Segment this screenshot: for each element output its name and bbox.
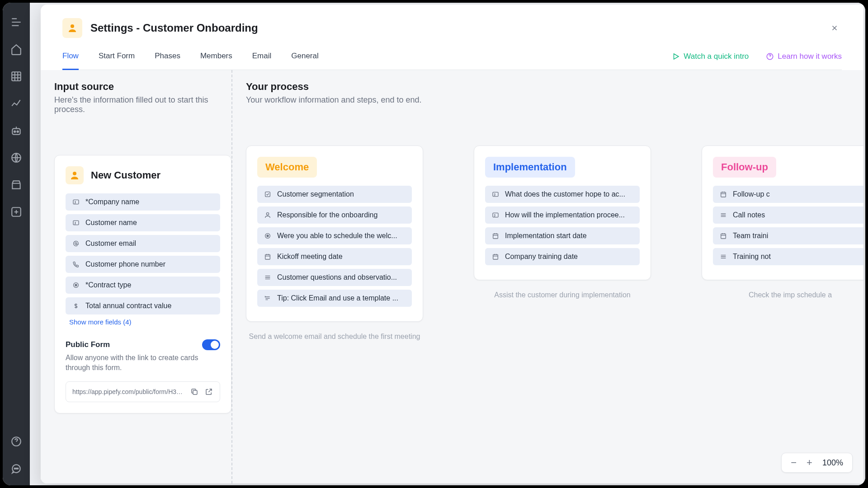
- field-label: How will the implementation procee...: [505, 211, 625, 219]
- svg-rect-0: [12, 72, 21, 81]
- tab-start-form[interactable]: Start Form: [99, 52, 135, 70]
- open-external-icon[interactable]: [204, 387, 213, 396]
- cal-icon: [719, 232, 727, 240]
- phase-card-implementation[interactable]: ImplementationWhat does the customer hop…: [474, 145, 651, 280]
- copy-icon[interactable]: [190, 387, 199, 396]
- phase-field[interactable]: Call notes: [713, 206, 863, 224]
- watch-intro-link[interactable]: Watch a quick intro: [672, 52, 749, 61]
- menu-icon[interactable]: [10, 16, 22, 28]
- svg-point-13: [73, 172, 76, 175]
- chart-icon[interactable]: [10, 98, 22, 109]
- svg-point-10: [71, 24, 74, 28]
- svg-rect-20: [265, 192, 270, 197]
- form-field[interactable]: Customer name: [66, 214, 220, 231]
- phase-field[interactable]: Customer segmentation: [257, 186, 412, 203]
- tab-members[interactable]: Members: [200, 52, 232, 70]
- phase-hint: Assist the customer during implementatio…: [474, 290, 651, 300]
- svg-rect-26: [493, 213, 498, 217]
- tabs: Flow Start Form Phases Members Email Gen…: [62, 52, 842, 70]
- zoom-in-button[interactable]: +: [807, 458, 812, 468]
- check-icon: [264, 190, 272, 198]
- field-label: Tip: Click Email and use a template ...: [277, 294, 398, 302]
- chat-icon[interactable]: [10, 463, 22, 474]
- svg-point-3: [17, 131, 19, 132]
- field-label: Training not: [733, 253, 771, 261]
- svg-point-7: [14, 468, 15, 469]
- input-section-title: Input source: [54, 81, 231, 93]
- phase-hint: Send a welcome email and schedule the fi…: [246, 332, 423, 342]
- phone-icon: [72, 260, 80, 268]
- globe-icon[interactable]: [10, 152, 22, 164]
- text-icon: [491, 211, 500, 219]
- public-form-toggle[interactable]: [202, 339, 220, 350]
- robot-icon[interactable]: [10, 125, 22, 136]
- field-label: Company training date: [505, 253, 578, 261]
- learn-link[interactable]: Learn how it works: [766, 52, 842, 61]
- field-label: Team traini: [733, 232, 768, 240]
- svg-rect-14: [73, 200, 79, 204]
- text-icon: [491, 190, 500, 198]
- form-field[interactable]: *Contract type: [66, 277, 220, 294]
- person-icon: [62, 18, 82, 38]
- field-label: Customer name: [85, 219, 137, 227]
- settings-modal: Settings - Customer Onboarding Flow Star…: [41, 5, 863, 483]
- form-field[interactable]: Customer email: [66, 235, 220, 252]
- form-field[interactable]: Customer phone number: [66, 256, 220, 273]
- tab-general[interactable]: General: [291, 52, 318, 70]
- phase-field[interactable]: Team traini: [713, 227, 863, 244]
- plus-square-icon[interactable]: [10, 206, 22, 218]
- at-icon: [72, 239, 80, 248]
- tab-email[interactable]: Email: [252, 52, 272, 70]
- phase-field[interactable]: What does the customer hope to ac...: [485, 186, 640, 203]
- phase-field[interactable]: Follow-up c: [713, 186, 863, 203]
- cal-icon: [264, 253, 272, 261]
- phase-hint: Check the imp schedule a: [702, 290, 863, 300]
- help-icon[interactable]: [10, 436, 22, 447]
- field-label: Responsible for the onboarding: [277, 211, 377, 219]
- phase-badge: Welcome: [257, 157, 317, 178]
- form-field[interactable]: *Company name: [66, 193, 220, 211]
- close-button[interactable]: [827, 21, 842, 35]
- phase-field[interactable]: Responsible for the onboarding: [257, 206, 412, 224]
- input-section-desc: Here's the information filled out to sta…: [54, 95, 231, 114]
- svg-point-23: [267, 235, 269, 237]
- phase-field[interactable]: Training not: [713, 248, 863, 265]
- form-field[interactable]: Total annual contract value: [66, 297, 220, 314]
- home-icon[interactable]: [10, 43, 22, 55]
- phase-field[interactable]: Customer questions and observatio...: [257, 269, 412, 286]
- field-label: Customer segmentation: [277, 190, 354, 198]
- field-label: Customer questions and observatio...: [277, 273, 397, 282]
- phase-field[interactable]: Were you able to schedule the welc...: [257, 227, 412, 244]
- phase-card-follow-up[interactable]: Follow-upFollow-up cCall notesTeam train…: [702, 145, 863, 280]
- tab-phases[interactable]: Phases: [155, 52, 180, 70]
- svg-marker-11: [674, 54, 679, 59]
- page-title: Settings - Customer Onboarding: [90, 22, 258, 34]
- svg-rect-24: [265, 254, 270, 259]
- radio-icon: [264, 232, 272, 240]
- show-more-fields[interactable]: Show more fields (4): [69, 318, 220, 326]
- svg-rect-29: [721, 192, 726, 197]
- phase-field[interactable]: Implementation start date: [485, 227, 640, 244]
- text-icon: [72, 198, 80, 206]
- grid-icon[interactable]: [10, 70, 22, 82]
- phase-field[interactable]: How will the implementation procee...: [485, 206, 640, 224]
- process-section-desc: Your workflow information and steps, end…: [246, 95, 863, 105]
- svg-point-21: [266, 213, 269, 215]
- phase-field[interactable]: Tip: Click Email and use a template ...: [257, 290, 412, 307]
- public-form-title: Public Form: [66, 340, 110, 349]
- list-icon: [719, 211, 727, 219]
- radio-icon: [72, 281, 80, 289]
- phase-field[interactable]: Company training date: [485, 248, 640, 265]
- phase-field[interactable]: Kickoff meeting date: [257, 248, 412, 265]
- tab-flow[interactable]: Flow: [62, 52, 79, 70]
- store-icon[interactable]: [10, 179, 22, 191]
- zoom-out-button[interactable]: −: [791, 458, 797, 468]
- public-form-url-box: https://app.pipefy.com/public/form/H3B..…: [66, 381, 220, 402]
- phase-card-welcome[interactable]: WelcomeCustomer segmentationResponsible …: [246, 145, 423, 322]
- svg-rect-28: [493, 254, 498, 259]
- field-label: What does the customer hope to ac...: [505, 190, 625, 198]
- input-form-card[interactable]: New Customer *Company nameCustomer nameC…: [54, 155, 231, 413]
- field-label: *Contract type: [85, 281, 131, 289]
- public-form-url: https://app.pipefy.com/public/form/H3B..…: [72, 388, 184, 395]
- svg-rect-19: [193, 390, 197, 394]
